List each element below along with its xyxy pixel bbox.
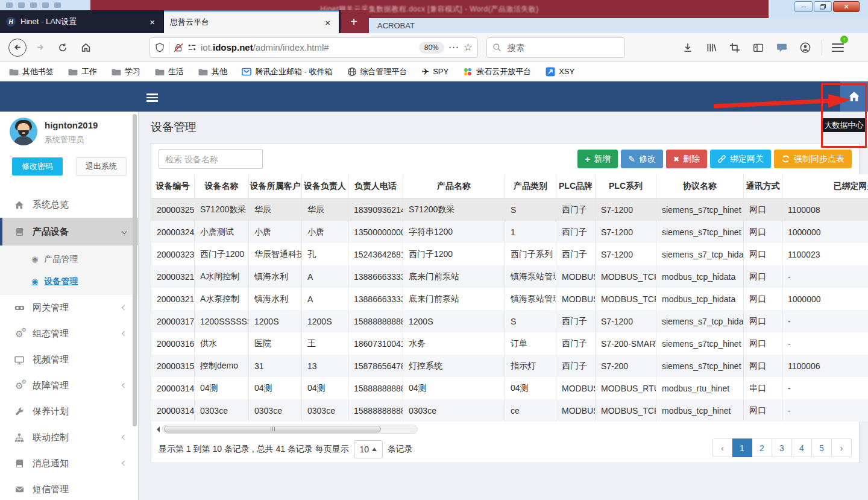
change-password-button[interactable]: 修改密码	[12, 157, 63, 176]
sidebar-item-组态管理[interactable]: ⚙⚙组态管理	[0, 321, 138, 347]
avatar[interactable]	[10, 118, 37, 145]
bookmark-item[interactable]: 腾讯企业邮箱 - 收件箱	[242, 66, 333, 77]
reload-button[interactable]	[53, 38, 72, 57]
sidebar-item-保养计划[interactable]: 保养计划	[0, 399, 138, 425]
bookmark-star-icon[interactable]: ☆	[464, 41, 473, 54]
page-size-dropdown[interactable]: 10	[354, 440, 383, 458]
table-cell: 底来门前泵站	[403, 288, 505, 310]
sidebar-scrollbar[interactable]	[133, 114, 137, 426]
sidebar-toggle-icon[interactable]	[146, 92, 158, 104]
column-header[interactable]: PLC系列	[596, 174, 656, 198]
minimize-icon[interactable]: ─	[794, 1, 813, 12]
device-search-input[interactable]	[159, 149, 263, 169]
sidebar-subitem-设备管理[interactable]: ◉设备管理	[0, 270, 138, 293]
column-header[interactable]: 负责人电话	[348, 174, 403, 198]
table-cell: 网口	[744, 288, 782, 310]
table-row[interactable]: 200003165供水医院王18607310041水务订单西门子S7-200-S…	[151, 332, 868, 355]
close-icon[interactable]: ×	[147, 17, 157, 27]
column-header[interactable]: 通讯方式	[744, 174, 782, 198]
column-header[interactable]: 产品类别	[505, 174, 556, 198]
table-row[interactable]: 200003211A水泵控制镇海水利A13886663333底来门前泵站镇海泵站…	[151, 288, 868, 310]
bookmark-item[interactable]: 工作	[68, 66, 97, 77]
table-cell: 镇海水利	[249, 265, 302, 288]
download-icon[interactable]	[682, 42, 693, 53]
horizontal-scrollbar[interactable]	[154, 425, 418, 434]
browser-search-box[interactable]	[486, 37, 625, 58]
sidebar-item-产品设备[interactable]: 产品设备	[0, 218, 138, 245]
ribbon-tab-acrobat[interactable]: ACROBAT	[377, 21, 415, 30]
close-icon[interactable]: ×	[322, 17, 333, 28]
close-icon[interactable]: ✕	[833, 1, 860, 12]
url-text[interactable]: iot.idosp.net/admin/index.html#	[201, 42, 415, 52]
column-header[interactable]: 产品名称	[403, 174, 505, 198]
bookmark-item[interactable]: ✈SPY	[422, 66, 449, 77]
绑定网关-button[interactable]: 绑定网关	[710, 150, 771, 168]
bookmark-item[interactable]: 学习	[112, 66, 140, 77]
bookmark-item[interactable]: XSY	[546, 67, 574, 77]
table-row[interactable]: 200003152控制demo311315878656478灯控系统指示灯西门子…	[151, 355, 868, 377]
column-header[interactable]: 设备所属客户	[249, 174, 302, 198]
sidebar-item-系统总览[interactable]: 系统总览	[0, 192, 138, 218]
bookmark-item[interactable]: 其他	[198, 66, 227, 77]
menu-button[interactable]: ↑	[832, 41, 844, 54]
table-header-row: 设备编号设备名称设备所属客户设备负责人负责人电话产品名称产品类别PLC品牌PLC…	[151, 174, 868, 198]
logout-button[interactable]: 退出系统	[76, 157, 127, 176]
bookmark-item[interactable]: 萤石云开放平台	[463, 66, 531, 77]
scroll-left-icon[interactable]	[154, 426, 160, 432]
library-icon[interactable]	[706, 42, 717, 53]
page-next[interactable]: ›	[832, 438, 852, 457]
back-button[interactable]	[8, 39, 27, 57]
sidebar-subitem-产品管理[interactable]: ◉产品管理	[0, 248, 138, 270]
table-row[interactable]: 200003212A水闸控制镇海水利A13886663333底来门前泵站镇海泵站…	[151, 265, 868, 288]
column-header[interactable]: 设备负责人	[302, 174, 348, 198]
screenshot-icon[interactable]	[729, 42, 740, 53]
bookmark-item[interactable]: 其他书签	[9, 66, 54, 77]
column-header[interactable]: 已绑定网关	[782, 174, 868, 198]
column-header[interactable]: 设备名称	[195, 174, 249, 198]
column-header[interactable]: 协议名称	[656, 174, 744, 198]
新增-button[interactable]: +新增	[577, 150, 618, 168]
page-1[interactable]: 1	[732, 438, 752, 457]
bookmark-item[interactable]: 生活	[155, 66, 184, 77]
bookmark-item[interactable]: 综合管理平台	[347, 66, 407, 77]
column-header[interactable]: PLC品牌	[556, 174, 596, 198]
restore-icon[interactable]	[814, 1, 832, 12]
page-prev[interactable]: ‹	[712, 438, 732, 457]
table-row[interactable]: 200003254S71200数采华辰华辰18390936214S71200数采…	[151, 198, 868, 221]
insecure-lock-icon[interactable]	[174, 43, 183, 52]
tab-sipu-cloud[interactable]: 思普云平台 ×	[164, 10, 339, 33]
table-row[interactable]: 2000031771200SSSSSS1200S1200S15888888888…	[151, 310, 868, 332]
search-input[interactable]	[506, 42, 619, 53]
sidebars-icon[interactable]	[753, 42, 764, 53]
sidebar-item-消息通知[interactable]: 消息通知	[0, 451, 138, 476]
sidebar-item-视频管理[interactable]: 视频管理	[0, 347, 138, 373]
page-3[interactable]: 3	[772, 438, 792, 457]
table-row[interactable]: 2000031450303ce0303ce0303ce1588888888803…	[151, 399, 868, 422]
column-header[interactable]: 设备编号	[151, 174, 195, 198]
table-row[interactable]: 200003248小唐测试小唐小唐13500000000字符串12001西门子S…	[151, 221, 868, 243]
sidebar-item-网关管理[interactable]: 网关管理	[0, 295, 138, 321]
删除-button[interactable]: ✖删除	[666, 150, 707, 168]
new-tab-button[interactable]: +	[339, 10, 369, 33]
tab-hinet[interactable]: H Hinet - LAN设置 ×	[0, 10, 164, 33]
scrollbar-thumb[interactable]	[164, 426, 381, 432]
sidebar-item-短信管理[interactable]: 短信管理	[0, 476, 138, 500]
pocket-chat-icon[interactable]	[776, 42, 787, 53]
page-actions-icon[interactable]: ⋯	[448, 41, 459, 54]
forward-button[interactable]	[30, 38, 49, 57]
修改-button[interactable]: ✎修改	[621, 150, 663, 168]
page-4[interactable]: 4	[792, 438, 812, 457]
permissions-icon[interactable]	[187, 43, 197, 52]
sidebar-item-联动控制[interactable]: 联动控制	[0, 425, 138, 451]
sidebar-item-故障管理[interactable]: ⚙⚙故障管理	[0, 373, 138, 399]
page-2[interactable]: 2	[752, 438, 772, 457]
home-button[interactable]	[76, 38, 95, 57]
强制同步点表-button[interactable]: 强制同步点表	[774, 150, 852, 168]
zoom-badge[interactable]: 80%	[419, 42, 444, 54]
page-5[interactable]: 5	[812, 438, 832, 457]
url-bar[interactable]: iot.idosp.net/admin/index.html# 80% ⋯ ☆	[149, 37, 478, 58]
shield-icon[interactable]	[155, 43, 165, 52]
table-row[interactable]: 20000314904测04测04测1588888888804测04测MODBU…	[151, 377, 868, 399]
table-row[interactable]: 200003230西门子1200华辰智通科技孔15243642681西门子120…	[151, 243, 868, 265]
account-icon[interactable]	[800, 42, 811, 53]
